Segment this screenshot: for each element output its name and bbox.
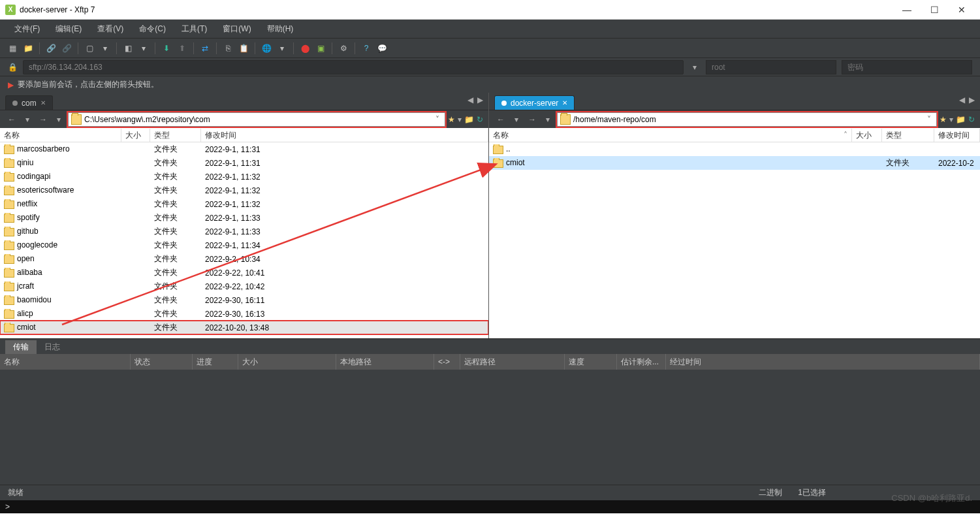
th-size[interactable]: 大小 (238, 354, 336, 370)
menu-file[interactable]: 文件(F) (8, 22, 46, 36)
table-row[interactable]: cmiot文件夹2022-10-20, 13:48 (0, 321, 488, 334)
table-row[interactable]: cmiot文件夹2022-10-2 (489, 156, 980, 170)
tab-next-icon[interactable]: ▶ (477, 95, 483, 104)
tab-prev-icon[interactable]: ◀ (959, 95, 965, 104)
th-eta[interactable]: 估计剩余... (617, 354, 666, 370)
maximize-button[interactable]: ☐ (921, 1, 947, 18)
nav-dropdown-icon[interactable]: ▾ (458, 115, 462, 124)
table-row[interactable]: esotericsoftware文件夹2022-9-1, 11:32 (0, 184, 488, 197)
new-window-icon[interactable]: ▢ (82, 41, 97, 56)
command-bar[interactable]: > (0, 500, 980, 513)
tab-remote-docker-server[interactable]: docker-server ✕ (494, 95, 575, 110)
col-name[interactable]: 名称˄ (489, 129, 852, 142)
close-button[interactable]: ✕ (949, 1, 975, 18)
link-icon[interactable]: 🔗 (44, 41, 58, 56)
table-row[interactable]: googlecode文件夹2022-9-1, 11:34 (0, 238, 488, 252)
close-icon[interactable]: ✕ (40, 99, 46, 106)
menu-edit[interactable]: 编辑(E) (49, 22, 88, 36)
table-row[interactable]: spotify文件夹2022-9-1, 11:33 (0, 211, 488, 225)
th-progress[interactable]: 进度 (193, 354, 238, 370)
th-localpath[interactable]: 本地路径 (336, 354, 434, 370)
nav-dropdown-icon[interactable]: ▾ (541, 113, 554, 126)
th-name[interactable]: 名称 (0, 354, 131, 370)
local-path-input[interactable]: ˅ (68, 112, 445, 127)
password-input[interactable] (842, 60, 972, 74)
transfer-up-icon[interactable]: ⬆ (175, 41, 189, 56)
transfer-down-icon[interactable]: ⬇ (159, 41, 174, 56)
remote-path-input[interactable]: ˅ (557, 112, 937, 127)
session-url-input[interactable]: sftp://36.134.204.163 (23, 60, 684, 74)
open-icon[interactable]: 📁 (21, 41, 35, 56)
table-row[interactable]: .. (489, 142, 980, 156)
settings-icon[interactable]: ⚙ (336, 41, 351, 56)
remote-file-list[interactable]: ..cmiot文件夹2022-10-2 (489, 142, 980, 338)
table-row[interactable]: marcosbarbero文件夹2022-9-1, 11:31 (0, 142, 488, 156)
dropdown-icon[interactable]: ▾ (689, 63, 701, 72)
table-row[interactable]: open文件夹2022-9-2, 10:34 (0, 252, 488, 266)
th-direction[interactable]: <-> (434, 354, 460, 370)
col-size[interactable]: 大小 (121, 129, 150, 142)
col-type[interactable]: 类型 (882, 129, 934, 142)
col-name[interactable]: 名称 (0, 129, 121, 142)
th-speed[interactable]: 速度 (565, 354, 617, 370)
table-row[interactable]: netflix文件夹2022-9-1, 11:32 (0, 197, 488, 211)
local-file-list[interactable]: marcosbarbero文件夹2022-9-1, 11:31qiniu文件夹2… (0, 142, 488, 338)
table-row[interactable]: baomidou文件夹2022-9-30, 16:11 (0, 293, 488, 307)
tab-prev-icon[interactable]: ◀ (467, 95, 473, 104)
chevron-down-icon[interactable]: ˅ (433, 115, 442, 124)
menu-command[interactable]: 命令(C) (133, 22, 172, 36)
tab-next-icon[interactable]: ▶ (969, 95, 975, 104)
nav-dropdown-icon[interactable]: ▾ (510, 113, 523, 126)
new-session-icon[interactable]: ▦ (5, 41, 20, 56)
dropdown-icon[interactable]: ▾ (136, 41, 151, 56)
table-row[interactable]: github文件夹2022-9-1, 11:33 (0, 225, 488, 238)
bookmark-icon[interactable]: ★ (448, 115, 455, 124)
nav-dropdown-icon[interactable]: ▾ (52, 113, 65, 126)
tab-transfer[interactable]: 传输 (5, 340, 37, 354)
tab-log[interactable]: 日志 (37, 340, 68, 354)
nav-back-icon[interactable]: ← (494, 113, 507, 126)
menu-view[interactable]: 查看(V) (91, 22, 130, 36)
table-row[interactable]: jcraft文件夹2022-9-22, 10:42 (0, 280, 488, 293)
th-status[interactable]: 状态 (131, 354, 193, 370)
globe-icon[interactable]: 🌐 (259, 41, 274, 56)
transfer-list[interactable] (0, 370, 980, 485)
table-row[interactable]: alicp文件夹2022-9-30, 16:13 (0, 307, 488, 321)
menu-help[interactable]: 帮助(H) (261, 22, 300, 36)
nav-forward-icon[interactable]: → (37, 113, 50, 126)
close-icon[interactable]: ✕ (562, 99, 567, 106)
col-date[interactable]: 修改时间 (201, 129, 488, 142)
table-row[interactable]: alibaba文件夹2022-9-22, 10:41 (0, 266, 488, 280)
tab-local-com[interactable]: com ✕ (5, 95, 53, 110)
help-icon[interactable]: ? (359, 41, 373, 56)
copy-icon[interactable]: ⎘ (221, 41, 235, 56)
table-row[interactable]: qiniu文件夹2022-9-1, 11:31 (0, 156, 488, 170)
chevron-down-icon[interactable]: ˅ (925, 115, 934, 124)
layout-icon[interactable]: ◧ (121, 41, 135, 56)
bookmark-icon[interactable]: ★ (940, 115, 947, 124)
table-row[interactable]: codingapi文件夹2022-9-1, 11:32 (0, 170, 488, 184)
col-size[interactable]: 大小 (852, 129, 882, 142)
dropdown-icon[interactable]: ▾ (275, 41, 289, 56)
folder-up-icon[interactable]: 📁 (956, 115, 966, 124)
script-icon[interactable]: ▣ (313, 41, 328, 56)
folder-up-icon[interactable]: 📁 (464, 115, 474, 124)
nav-dropdown-icon[interactable]: ▾ (21, 113, 34, 126)
nav-dropdown-icon[interactable]: ▾ (949, 115, 953, 124)
th-elapsed[interactable]: 经过时间 (666, 354, 980, 370)
menu-window[interactable]: 窗口(W) (216, 22, 257, 36)
refresh-icon[interactable]: ↻ (968, 115, 975, 124)
username-input[interactable] (706, 60, 836, 74)
sync-icon[interactable]: ⇄ (198, 41, 212, 56)
menu-tools[interactable]: 工具(T) (175, 22, 213, 36)
chat-icon[interactable]: 💬 (375, 41, 389, 56)
th-remotepath[interactable]: 远程路径 (460, 354, 565, 370)
minimize-button[interactable]: — (894, 1, 920, 18)
refresh-icon[interactable]: ↻ (477, 115, 483, 124)
col-date[interactable]: 修改时间 (934, 129, 980, 142)
dropdown-icon[interactable]: ▾ (98, 41, 112, 56)
nav-back-icon[interactable]: ← (5, 113, 18, 126)
unlink-icon[interactable]: 🔗 (59, 41, 74, 56)
paste-icon[interactable]: 📋 (236, 41, 251, 56)
nav-forward-icon[interactable]: → (526, 113, 539, 126)
